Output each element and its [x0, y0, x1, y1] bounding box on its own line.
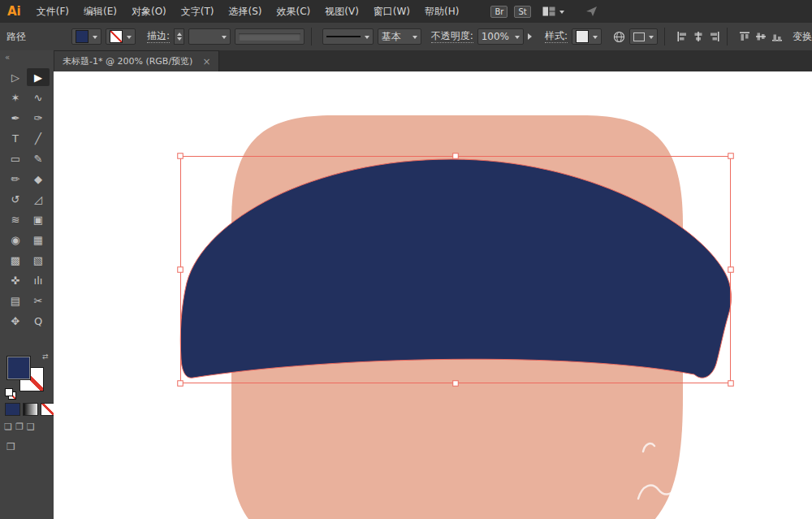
eyedropper-tool[interactable]: ✜ — [4, 271, 27, 289]
free-transform-tool[interactable]: ▣ — [27, 210, 50, 228]
magic-wand-tool[interactable]: ✶ — [4, 89, 27, 106]
chevron-down-icon — [593, 36, 598, 41]
menu-item-8[interactable]: 帮助(H) — [417, 0, 466, 23]
align-top-button[interactable] — [739, 31, 750, 42]
menu-bar: Ai 文件(F)编辑(E)对象(O)文字(T)选择(S)效果(C)视图(V)窗口… — [0, 0, 812, 24]
fill-stroke-control: ⇄ — [5, 356, 50, 396]
handle-mid-right — [728, 267, 734, 273]
draw-normal-button[interactable]: ❏ — [4, 422, 12, 432]
workspace-switcher[interactable] — [542, 6, 564, 16]
stepper-down-icon — [177, 37, 182, 43]
shape-icon — [633, 32, 645, 41]
tool-panel: « ▷▶✶∿✒✑T╱▭✎✏◆↺◿≋▣◉▦▩▧✜ılı▤✂✥Q ⇄ ❏❐❑ ❒ — [0, 50, 54, 519]
width-profile-dropdown[interactable] — [235, 28, 304, 45]
slice-tool[interactable]: ✂ — [27, 292, 50, 309]
style-dropdown[interactable] — [572, 28, 602, 45]
color-button[interactable] — [5, 403, 20, 416]
fill-color-dropdown[interactable] — [71, 28, 102, 45]
menu-item-0[interactable]: 文件(F) — [29, 0, 76, 23]
collapse-panel-icon[interactable]: « — [0, 50, 54, 64]
mesh-tool[interactable]: ▩ — [4, 251, 27, 269]
share-icon[interactable] — [585, 6, 598, 17]
default-swatches-icon[interactable] — [5, 388, 16, 399]
rotate-tool[interactable]: ↺ — [4, 190, 27, 208]
chevron-down-icon — [222, 36, 227, 41]
canvas-area[interactable] — [54, 71, 812, 519]
align-center-button[interactable] — [693, 31, 704, 42]
fill-swatch[interactable] — [6, 356, 31, 380]
opacity-label[interactable]: 不透明度: — [431, 30, 473, 43]
menu-item-4[interactable]: 选择(S) — [222, 0, 270, 23]
handle-top-right — [728, 154, 734, 159]
anchor-point-tool[interactable]: ✑ — [27, 109, 50, 127]
stock-button[interactable]: St — [514, 6, 530, 18]
app-window: Ai 文件(F)编辑(E)对象(O)文字(T)选择(S)效果(C)视图(V)窗口… — [0, 0, 812, 519]
width-tool[interactable]: ≋ — [4, 210, 27, 228]
shape-builder-tool[interactable]: ◉ — [4, 231, 27, 249]
stroke-color-dropdown[interactable] — [106, 28, 136, 45]
align-right-button[interactable] — [709, 31, 720, 42]
width-profile-preview — [239, 33, 300, 41]
stroke-weight-label[interactable]: 描边: — [147, 30, 170, 43]
selection-tool[interactable]: ▶ — [27, 68, 50, 86]
handle-mid-left — [178, 267, 184, 273]
menu-item-5[interactable]: 效果(C) — [269, 0, 317, 23]
zoom-tool[interactable]: Q — [27, 312, 50, 330]
document-setup-globe-icon[interactable] — [613, 31, 625, 43]
chevron-down-icon — [412, 36, 417, 41]
opacity-input[interactable]: 100% — [477, 28, 524, 45]
brush-preview — [326, 36, 361, 37]
menu-item-7[interactable]: 窗口(W) — [366, 0, 417, 23]
menu-item-6[interactable]: 视图(V) — [317, 0, 366, 23]
gradient-button[interactable] — [23, 403, 38, 416]
document-tab[interactable]: 未标题-1* @ 200% (RGB/预览) × — [54, 50, 219, 71]
type-tool[interactable]: T — [4, 129, 27, 147]
swap-fill-stroke-icon[interactable]: ⇄ — [42, 352, 49, 361]
stepper-up-icon — [177, 30, 182, 36]
pencil-tool[interactable]: ✏ — [4, 170, 27, 188]
perspective-grid-tool[interactable]: ▦ — [27, 231, 50, 249]
menu-item-2[interactable]: 对象(O) — [124, 0, 174, 23]
draw-inside-button[interactable]: ❑ — [27, 422, 35, 432]
rectangle-tool[interactable]: ▭ — [4, 149, 27, 167]
document-tab-title: 未标题-1* @ 200% (RGB/预览) — [63, 55, 192, 67]
paintbrush-tool[interactable]: ✎ — [27, 149, 50, 167]
artboard-tool[interactable]: ▤ — [4, 292, 27, 309]
draw-behind-button[interactable]: ❐ — [15, 422, 24, 432]
transform-label[interactable]: 变换 — [793, 30, 812, 44]
shape-mode-dropdown[interactable] — [629, 28, 658, 45]
opacity-panel-arrow-icon[interactable] — [528, 33, 535, 40]
handle-top-center — [453, 154, 459, 159]
scale-tool[interactable]: ◿ — [27, 190, 50, 208]
screen-mode-button[interactable]: ❒ — [6, 441, 15, 452]
divider — [664, 28, 665, 45]
eraser-tool[interactable]: ◆ — [27, 170, 50, 188]
tab-bar: 未标题-1* @ 200% (RGB/预览) × — [54, 50, 812, 72]
brush-definition-dropdown[interactable] — [322, 28, 374, 45]
stroke-weight-stepper[interactable] — [174, 28, 184, 45]
app-logo: Ai — [0, 4, 29, 19]
align-bottom-button[interactable] — [771, 31, 783, 42]
pen-tool[interactable]: ✒ — [4, 109, 27, 127]
align-middle-button[interactable] — [755, 31, 767, 42]
chevron-down-icon — [365, 36, 369, 41]
chevron-down-icon — [93, 36, 97, 41]
menu-item-3[interactable]: 文字(T) — [174, 0, 222, 23]
column-graph-tool[interactable]: ılı — [27, 271, 50, 289]
style-label[interactable]: 样式: — [545, 30, 568, 43]
brush-basic-dropdown[interactable]: 基本 — [378, 28, 421, 45]
tab-close-icon[interactable]: × — [202, 56, 210, 67]
gradient-tool[interactable]: ▧ — [27, 251, 50, 269]
stroke-weight-dropdown[interactable] — [188, 28, 231, 45]
handle-bottom-left — [178, 381, 184, 387]
direct-selection-tool[interactable]: ▷ — [4, 68, 27, 86]
divider — [727, 28, 728, 45]
lasso-tool[interactable]: ∿ — [27, 89, 50, 106]
hand-tool[interactable]: ✥ — [4, 312, 27, 330]
workspace-icon — [542, 6, 555, 16]
handle-bottom-right — [728, 381, 734, 387]
align-left-button[interactable] — [676, 31, 688, 42]
menu-item-1[interactable]: 编辑(E) — [76, 0, 124, 23]
line-segment-tool[interactable]: ╱ — [27, 129, 50, 147]
bridge-button[interactable]: Br — [490, 6, 508, 18]
